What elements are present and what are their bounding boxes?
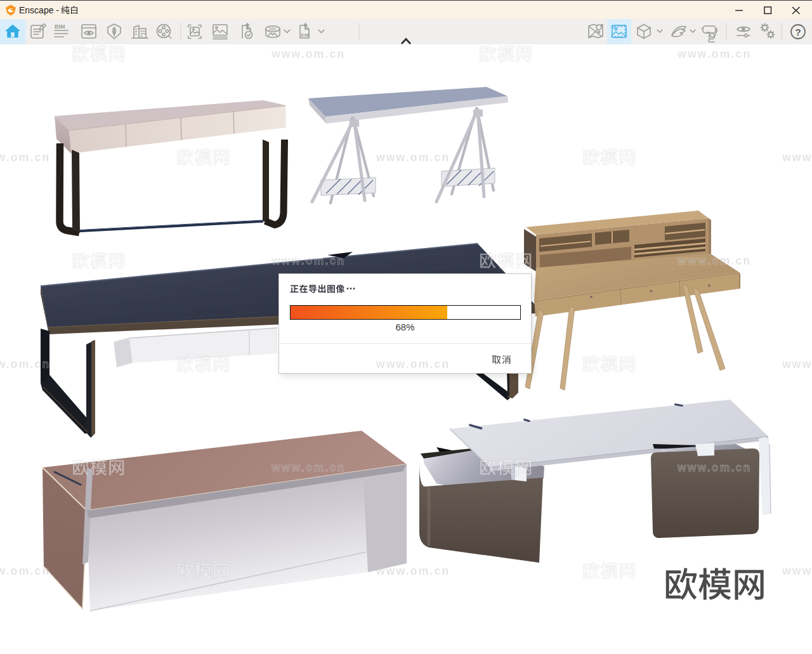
svg-text:?: ? [795,27,801,37]
svg-text:BIM: BIM [55,23,65,30]
svg-text:EXE: EXE [301,33,310,37]
svg-text:360: 360 [268,26,277,32]
